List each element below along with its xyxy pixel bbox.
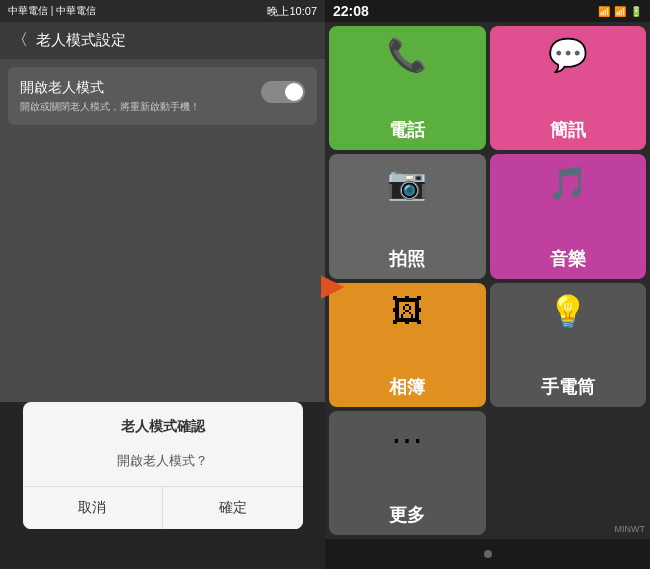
app-tile-sms[interactable]: 💬 簡訊 xyxy=(490,26,647,150)
cursor-hand-icon: ☞ xyxy=(251,523,276,529)
time-left: 晚上10:07 xyxy=(267,4,317,19)
flashlight-icon: 💡 xyxy=(548,293,588,331)
watermark: MINWT xyxy=(615,524,646,534)
phone-label: 電話 xyxy=(389,118,425,142)
more-label: 更多 xyxy=(389,503,425,527)
bottom-bar xyxy=(325,539,650,569)
camera-label: 拍照 xyxy=(389,247,425,271)
setting-text-block: 開啟老人模式 開啟或關閉老人模式，將重新啟動手機！ xyxy=(20,79,200,113)
photos-label: 相簿 xyxy=(389,375,425,399)
left-panel: 中華電信 | 中華電信 晚上10:07 〈 老人模式設定 開啟老人模式 開啟或關… xyxy=(0,0,325,569)
setting-description: 開啟或關閉老人模式，將重新啟動手機！ xyxy=(20,100,200,113)
dialog-message: 開啟老人模式？ xyxy=(23,444,303,486)
dialog-buttons: 取消 確定 ☞ xyxy=(23,486,303,529)
nav-bar: 〈 老人模式設定 xyxy=(0,22,325,59)
elder-mode-toggle[interactable] xyxy=(261,81,305,103)
dialog-overlay: 老人模式確認 開啟老人模式？ 取消 確定 ☞ xyxy=(0,402,325,569)
transition-arrow: ▶ xyxy=(321,268,343,301)
app-tile-photos[interactable]: 🖼 相簿 xyxy=(329,283,486,407)
signal-icon-1: 📶 xyxy=(614,6,626,17)
back-arrow-icon[interactable]: 〈 xyxy=(12,30,28,51)
cancel-button[interactable]: 取消 xyxy=(23,487,164,529)
more-icon: ⋯ xyxy=(391,421,423,459)
app-grid: 📞 電話 💬 簡訊 📷 拍照 🎵 音樂 🖼 相簿 💡 手電筒 ⋯ xyxy=(325,22,650,539)
phone-icon: 📞 xyxy=(387,36,427,74)
camera-icon: 📷 xyxy=(387,164,427,202)
sms-label: 簡訊 xyxy=(550,118,586,142)
app-tile-camera[interactable]: 📷 拍照 xyxy=(329,154,486,278)
right-panel: 22:08 📶 📶 🔋 📞 電話 💬 簡訊 📷 拍照 🎵 音樂 🖼 xyxy=(325,0,650,569)
setting-title: 開啟老人模式 xyxy=(20,79,200,97)
confirm-button[interactable]: 確定 ☞ xyxy=(163,487,303,529)
app-tile-phone[interactable]: 📞 電話 xyxy=(329,26,486,150)
carrier-text: 中華電信 | 中華電信 xyxy=(8,4,96,18)
home-dot[interactable] xyxy=(484,550,492,558)
wifi-icon: 📶 xyxy=(598,6,610,17)
app-tile-music[interactable]: 🎵 音樂 xyxy=(490,154,647,278)
settings-section: 開啟老人模式 開啟或關閉老人模式，將重新啟動手機！ xyxy=(8,67,317,125)
sms-icon: 💬 xyxy=(548,36,588,74)
page-title: 老人模式設定 xyxy=(36,31,126,50)
status-bar-right: 22:08 📶 📶 🔋 xyxy=(325,0,650,22)
photos-icon: 🖼 xyxy=(391,293,423,330)
status-icons-right: 📶 📶 🔋 xyxy=(598,6,642,17)
music-label: 音樂 xyxy=(550,247,586,271)
status-bar-left: 中華電信 | 中華電信 晚上10:07 xyxy=(0,0,325,22)
app-tile-more[interactable]: ⋯ 更多 xyxy=(329,411,486,535)
time-display: 22:08 xyxy=(333,3,369,19)
dialog-title: 老人模式確認 xyxy=(23,418,303,444)
music-icon: 🎵 xyxy=(548,164,588,202)
battery-icon: 🔋 xyxy=(630,6,642,17)
flashlight-label: 手電筒 xyxy=(541,375,595,399)
elder-mode-setting-row: 開啟老人模式 開啟或關閉老人模式，將重新啟動手機！ xyxy=(20,79,305,113)
confirm-dialog: 老人模式確認 開啟老人模式？ 取消 確定 ☞ xyxy=(23,402,303,529)
app-tile-flashlight[interactable]: 💡 手電筒 xyxy=(490,283,647,407)
